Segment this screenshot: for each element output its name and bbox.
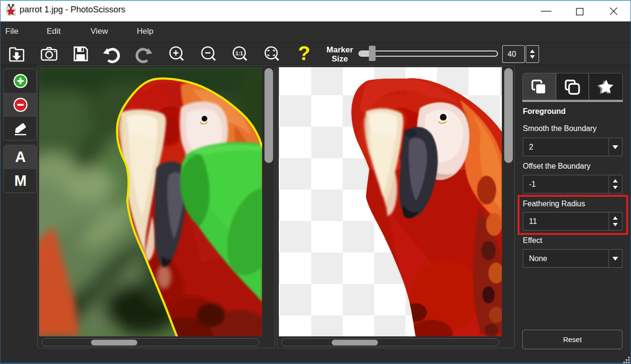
- svg-text:1:1: 1:1: [235, 51, 243, 56]
